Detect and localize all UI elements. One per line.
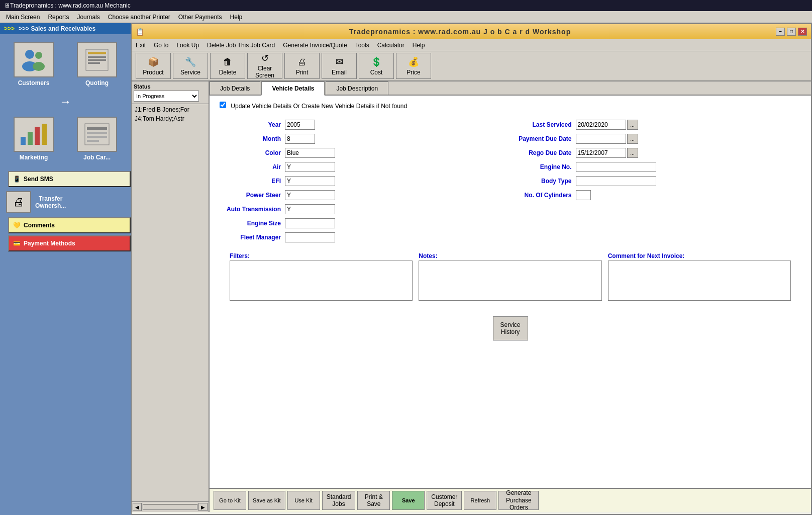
rego-due-input[interactable] [576,148,626,158]
sidebar-item-jobcards[interactable]: Job Car... [67,115,127,163]
print-save-button[interactable]: Print & Save [357,491,390,510]
engine-no-input[interactable] [576,162,656,172]
delete-button[interactable]: 🗑 Delete [210,53,245,79]
fleet-manager-input[interactable] [285,232,335,242]
svg-rect-6 [88,56,106,58]
refresh-button[interactable]: Refresh [464,491,496,510]
menu-other-payments[interactable]: Other Payments [174,13,226,22]
app-menu-delete-job[interactable]: Delete Job This Job Card [207,42,275,49]
auto-trans-input[interactable] [285,204,335,214]
filters-textarea[interactable] [230,261,413,301]
last-serviced-browse[interactable]: ... [627,120,638,130]
save-as-kit-button[interactable]: Save as Kit [248,491,285,510]
tab-job-description[interactable]: Job Description [326,81,388,95]
job-item-2[interactable]: J4;Tom Hardy;Astr [133,114,208,123]
product-icon: 📦 [147,56,159,68]
notes-textarea[interactable] [419,261,601,301]
last-serviced-input[interactable] [576,120,626,130]
scroll-left-button[interactable]: ◀ [133,503,142,511]
year-input[interactable] [285,120,315,130]
job-item-1[interactable]: J1;Fred B Jones;For [133,105,208,114]
body-type-input[interactable] [576,176,656,186]
send-sms-button[interactable]: 📱 Send SMS [8,171,131,187]
price-button[interactable]: 💰 Price [396,53,431,79]
power-steer-input[interactable] [285,190,335,200]
save-button[interactable]: Save [392,491,425,510]
engine-size-input[interactable] [285,218,335,228]
price-label: Price [407,69,420,76]
status-bar: Status In Progress Completed Waiting Can… [132,81,209,104]
menu-help[interactable]: Help [226,13,247,22]
standard-jobs-button[interactable]: Standard Jobs [322,491,356,510]
clear-screen-button[interactable]: ↺ Clear Screen [247,53,282,79]
year-label: Year [226,121,281,128]
tab-vehicle-details[interactable]: Vehicle Details [261,81,325,96]
svg-rect-16 [87,136,107,138]
air-row: Air [226,162,504,172]
payment-due-input[interactable] [576,134,626,144]
app-menu-goto[interactable]: Go to [154,42,168,49]
comment-textarea[interactable] [608,261,791,301]
update-vehicle-checkbox-row: Update Vehicle Details Or Create New Veh… [220,102,801,110]
color-input[interactable] [285,148,335,158]
maximize-button[interactable]: □ [787,28,796,36]
cylinders-input[interactable] [576,190,591,200]
menu-reports[interactable]: Reports [44,13,73,22]
product-label: Product [143,69,163,76]
filters-group: Filters: [230,252,413,302]
menu-choose-printer[interactable]: Choose another Printer [104,13,174,22]
clear-icon: ↺ [259,53,271,64]
main-window: 📋 Tradepronamics : www.rad.com.au J o b … [131,23,812,515]
product-button[interactable]: 📦 Product [136,53,171,79]
notes-group: Notes: [419,252,601,302]
scroll-right-button[interactable]: ▶ [198,503,208,511]
comments-button[interactable]: 💛 Comments [8,217,131,233]
sidebar-item-customers[interactable]: Customers [4,40,63,89]
sidebar-item-marketing[interactable]: Marketing [4,115,63,163]
tab-job-details[interactable]: Job Details [210,81,260,95]
service-history-button[interactable]: Service History [493,316,528,340]
auto-trans-row: Auto Transmission [226,204,504,214]
app-menu-generate-invoice[interactable]: Generate Invoice/Quote [283,42,347,49]
transfer-icon: 🖨 [6,191,31,213]
customer-deposit-button[interactable]: Customer Deposit [427,491,462,510]
rego-due-browse[interactable]: ... [627,148,638,158]
update-vehicle-checkbox[interactable] [220,102,226,108]
status-select[interactable]: In Progress Completed Waiting Cancelled [134,91,199,102]
menu-journals[interactable]: Journals [73,13,104,22]
print-button[interactable]: 🖨 Print [284,53,320,79]
efi-input[interactable] [285,176,335,186]
payment-methods-button[interactable]: 💳 Payment Methods [8,235,131,251]
menu-main-screen[interactable]: Main Screen [2,13,44,22]
app-menu-calculator[interactable]: Calculator [377,42,404,49]
service-label: Service [180,69,200,76]
payment-due-label: Payment Due Date [517,135,572,142]
app-menu-exit[interactable]: Exit [136,42,146,49]
app-menu-tools[interactable]: Tools [355,42,369,49]
sidebar-item-quoting[interactable]: Quoting [67,40,127,89]
delete-icon: 🗑 [222,56,234,68]
use-kit-button[interactable]: Use Kit [287,491,320,510]
email-button[interactable]: ✉ Email [322,53,357,79]
app-menu-help[interactable]: Help [413,42,425,49]
color-label: Color [226,149,281,156]
air-input[interactable] [285,162,335,172]
sidebar-header: >>> >>> Sales and Receivables [0,23,131,34]
sidebar-item-transfer[interactable]: 🖨 TransferOwnersh... [4,189,127,215]
minimize-button[interactable]: – [776,28,785,36]
month-input[interactable] [285,134,315,144]
customers-icon [14,42,54,77]
goto-kit-button[interactable]: Go to Kit [214,491,246,510]
cost-button[interactable]: 💲 Cost [359,53,394,79]
os-icon: 🖥 [4,2,10,9]
fleet-manager-row: Fleet Manager [226,232,504,242]
print-label: Print [296,69,309,76]
power-steer-label: Power Steer [226,192,281,199]
engine-size-label: Engine Size [226,220,281,227]
sms-icon: 📱 [13,176,21,183]
app-menu-lookup[interactable]: Look Up [176,42,199,49]
close-button[interactable]: ✕ [798,28,807,36]
generate-purchase-orders-button[interactable]: Generate Purchase Orders [498,491,539,510]
service-button[interactable]: 🔧 Service [173,53,208,79]
payment-due-browse[interactable]: ... [627,134,638,144]
